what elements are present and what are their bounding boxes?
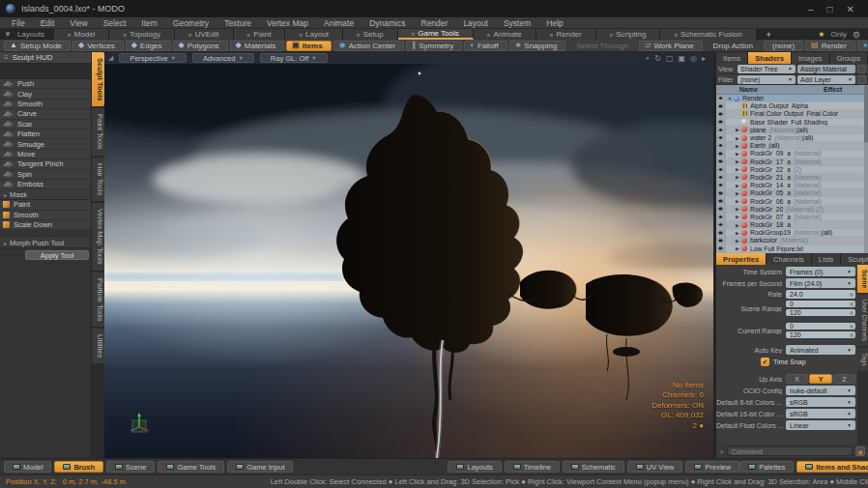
expand-arrow-icon[interactable]: ▼ — [726, 96, 734, 101]
bottom-panel-button[interactable]: Layouts — [448, 461, 501, 473]
toolbar-button[interactable]: Drop Action — [705, 41, 762, 51]
expand-arrow-icon[interactable]: ▶ — [734, 174, 741, 180]
menu-item[interactable]: Dynamics — [362, 18, 413, 28]
shader-tree-row[interactable]: ▼ Render — [716, 95, 868, 102]
sculpt-tool-item[interactable]: Tangent Pinch — [0, 159, 91, 169]
toolbar-button[interactable]: Snapping — [509, 41, 566, 51]
layer-effect[interactable]: (all) — [768, 142, 813, 149]
viewport-3d[interactable]: ◢ Perspective ▼ Advanced ▼ — [104, 52, 713, 458]
menu-item[interactable]: Item — [133, 18, 165, 28]
expand-arrow-icon[interactable]: ▶ — [734, 135, 741, 141]
bottom-panel-button[interactable]: Timeline — [505, 461, 560, 473]
layer-effect[interactable]: Final Color — [806, 110, 851, 117]
visibility-toggle[interactable] — [716, 206, 726, 213]
shader-panel-tab[interactable]: Images — [792, 52, 830, 64]
shader-tree-row[interactable]: ▶ RockGroup19 (Material) (all) — [716, 229, 868, 237]
minimize-button[interactable]: – — [808, 4, 814, 14]
toolbar-button[interactable] — [857, 41, 868, 51]
expand-arrow-icon[interactable]: ▶ — [734, 143, 741, 149]
add-layer-dropdown[interactable]: Add Layer ▼ — [797, 75, 855, 84]
toolbar-button[interactable]: Symmetry — [406, 41, 462, 51]
viewport-mode-button[interactable]: Ray GL: Off ▼ — [260, 53, 328, 63]
view-dropdown[interactable]: Shader Tree ▼ — [738, 65, 796, 73]
shader-tree-row[interactable]: ▶ RockGr_21_a (Material) — [716, 174, 868, 182]
current-range-start-input[interactable]: 0 — [786, 323, 855, 330]
toolbar-button[interactable]: Action Center — [333, 41, 404, 51]
shader-panel-tab[interactable]: Shaders — [748, 52, 792, 64]
menu-item[interactable]: System — [496, 18, 538, 28]
menu-item[interactable]: Select — [96, 18, 134, 28]
shader-panel-tab[interactable]: Groups — [830, 52, 868, 64]
visibility-toggle[interactable] — [716, 221, 726, 228]
layout-tab[interactable]: ■ Game Tools — [398, 29, 474, 40]
sculpt-tool-item[interactable]: Move — [0, 150, 91, 159]
properties-tab[interactable]: Sculpt — [841, 253, 868, 265]
current-range-end-input[interactable]: 120 — [786, 331, 855, 338]
up-axis-option[interactable]: Y — [809, 374, 831, 384]
mask-tool-item[interactable]: Scale Down — [0, 220, 91, 230]
layout-tab[interactable]: ■ Schematic Fusion — [660, 29, 756, 40]
filter-dropdown[interactable]: (none) ▼ — [738, 75, 796, 84]
expand-arrow-icon[interactable]: ▶ — [734, 214, 741, 219]
ocio-config-dropdown[interactable]: nuke-default▼ — [786, 386, 855, 395]
bottom-layout-button[interactable]: Game Tools — [158, 461, 224, 473]
bottom-right-button[interactable]: Items and Shading — [796, 461, 868, 473]
scrollbar-thumb[interactable] — [864, 85, 868, 143]
gear-icon[interactable]: ⚙ — [853, 30, 860, 40]
shader-tree-row[interactable]: Alpha Output Alpha — [716, 102, 868, 110]
frame-icon[interactable]: ▣ — [678, 54, 685, 63]
mini-slider-knob[interactable] — [850, 293, 854, 297]
bottom-layout-button[interactable]: Model — [4, 461, 51, 473]
properties-tab[interactable]: Lists — [812, 253, 841, 265]
sculpt-tool-item[interactable]: Spin — [0, 170, 91, 180]
menu-item[interactable]: Animate — [316, 18, 362, 28]
sculpt-tool-item[interactable]: Flatten — [0, 129, 91, 139]
fps-dropdown[interactable]: Film (24.0)▼ — [786, 278, 855, 288]
sculpt-tool-item[interactable]: Push — [0, 79, 91, 89]
sidebar-vertical-tab[interactable]: Vertex Map Tools — [92, 203, 104, 270]
shader-tree-row[interactable]: ▶ Earth (all) — [716, 142, 868, 150]
scene-range-start-input[interactable]: 0 — [786, 301, 855, 307]
small-square-button[interactable] — [857, 65, 866, 73]
mask-tool-item[interactable]: Smooth — [0, 211, 91, 220]
sculpt-tool-item[interactable]: Carve — [0, 109, 91, 119]
sculpt-tool-item[interactable]: Smudge — [0, 139, 91, 149]
sidebar-vertical-tab[interactable]: Utilities — [92, 329, 104, 363]
menu-item[interactable]: Texture — [217, 18, 259, 28]
layer-effect[interactable]: (all) — [796, 127, 841, 133]
expand-arrow-icon[interactable]: ▶ — [734, 238, 741, 244]
visibility-toggle[interactable] — [716, 214, 726, 220]
expand-arrow-icon[interactable]: ▶ — [734, 198, 741, 204]
layer-effect[interactable]: (all) — [822, 229, 866, 236]
pan-icon[interactable]: + — [646, 54, 651, 63]
mini-slider-knob[interactable] — [850, 325, 854, 329]
menu-item[interactable]: Layout — [455, 18, 496, 28]
visibility-toggle[interactable] — [716, 127, 726, 133]
mini-slider-knob[interactable] — [850, 333, 854, 337]
morph-section-header[interactable]: ▸ Morph Push Tool — [0, 238, 91, 248]
properties-vertical-tab[interactable]: Tags — [857, 348, 868, 371]
default-float-dropdown[interactable]: Linear▼ — [786, 420, 855, 430]
sculpt-tool-item[interactable]: Scar — [0, 120, 91, 129]
shader-tree-row[interactable]: ▶ plane (Material) (all) — [716, 127, 868, 134]
sidebar-vertical-tab[interactable]: Hair Tools — [92, 158, 104, 201]
bottom-right-button[interactable]: Palettes — [739, 461, 794, 473]
shader-tree-row[interactable]: Base Shader Full Shading — [716, 119, 868, 127]
visibility-toggle[interactable] — [716, 150, 726, 157]
viewport-corner-icon[interactable]: ◢ — [108, 54, 113, 62]
layer-effect[interactable]: Full Shading — [791, 119, 835, 126]
bottom-layout-button[interactable]: Brush — [54, 461, 103, 473]
default-16bit-dropdown[interactable]: sRGB▼ — [786, 409, 855, 418]
time-system-dropdown[interactable]: Frames (0)▼ — [786, 267, 855, 276]
shader-tree-row[interactable]: ▶ RockGr_22_a (2) — [716, 166, 868, 174]
visibility-toggle[interactable] — [716, 102, 726, 109]
command-history-button[interactable]: ▣ — [855, 446, 865, 456]
menu-item[interactable]: Render — [414, 18, 456, 28]
command-input[interactable]: Command — [727, 446, 853, 456]
expand-arrow-icon[interactable]: ▶ — [734, 245, 741, 251]
bottom-panel-button[interactable]: UV View — [627, 461, 683, 473]
mini-slider-knob[interactable] — [850, 302, 854, 306]
expand-arrow-icon[interactable]: ▶ — [734, 222, 741, 228]
shader-tree-row[interactable]: ▶ RockGr_09_a (Material) — [716, 150, 868, 158]
shader-tree-row[interactable]: ▶ water 2 (Material) (all) — [716, 134, 868, 142]
